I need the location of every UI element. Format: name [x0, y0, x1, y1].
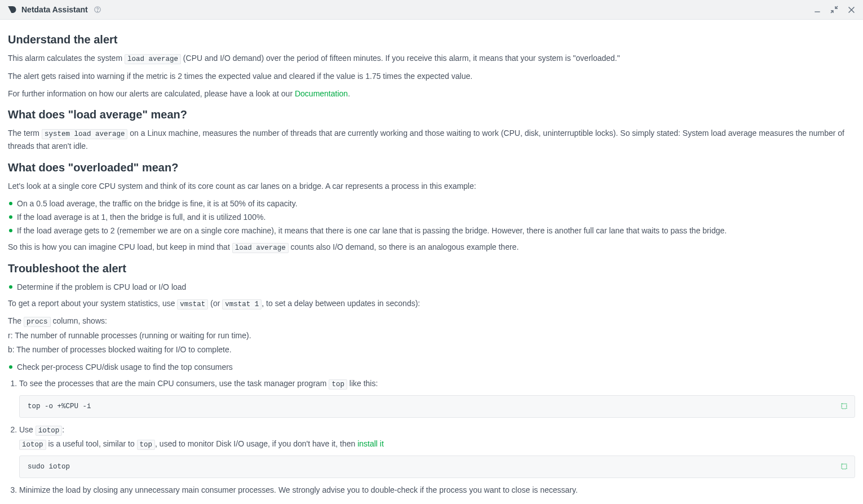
code-inline: vmstat — [177, 299, 208, 310]
code-inline: load average — [232, 243, 289, 253]
code-text: sudo iotop — [28, 463, 70, 471]
list-item: To see the processes that are the main C… — [19, 377, 855, 391]
troubleshoot-p2: The procs column, shows: — [8, 315, 855, 328]
header-controls — [812, 5, 856, 15]
code-inline: iotop — [36, 426, 63, 436]
svg-rect-7 — [842, 404, 847, 409]
code-inline: top — [137, 440, 156, 450]
troubleshoot-p1: To get a report about your system statis… — [8, 297, 855, 311]
svg-point-1 — [97, 11, 98, 11]
troubleshoot-steps: To see the processes that are the main C… — [8, 377, 855, 391]
iotop-desc: iotop is a useful tool, similar to top, … — [19, 437, 855, 451]
heading-troubleshoot: Troubleshoot the alert — [8, 262, 855, 275]
heading-load-average: What does "load average" mean? — [8, 108, 855, 121]
list-item: Determine if the problem is CPU load or … — [8, 281, 855, 294]
overloaded-bullets: On a 0.5 load average, the traffic on th… — [8, 197, 855, 237]
window-title: Netdata Assistant — [21, 5, 88, 14]
overloaded-p1: Let's look at a single core CPU system a… — [8, 180, 855, 193]
code-block: sudo iotop — [19, 456, 855, 478]
troubleshoot-p4: b: The number of processes blocked waiti… — [8, 343, 855, 356]
close-icon[interactable] — [846, 5, 856, 15]
troubleshoot-p3: r: The number of runnable processes (run… — [8, 329, 855, 342]
code-text: top -o +%CPU -i — [28, 403, 91, 410]
collapse-icon[interactable] — [829, 5, 839, 15]
heading-overloaded: What does "overloaded" mean? — [8, 161, 855, 174]
list-item: Minimize the load by closing any unneces… — [19, 484, 855, 497]
understand-p3: For further information on how our alert… — [8, 87, 855, 100]
copy-icon[interactable] — [840, 462, 849, 471]
code-inline: vmstat 1 — [222, 299, 262, 310]
netdata-logo-icon — [7, 5, 17, 15]
troubleshoot-b1: Determine if the problem is CPU load or … — [8, 281, 855, 294]
understand-p2: The alert gets raised into warning if th… — [8, 70, 855, 83]
list-item: If the load average is at 1, then the br… — [8, 211, 855, 224]
svg-rect-8 — [842, 464, 847, 469]
code-inline: procs — [24, 317, 51, 327]
code-block: top -o +%CPU -i — [19, 395, 855, 418]
overloaded-p2: So this is how you can imagine CPU load,… — [8, 241, 855, 254]
header-left: Netdata Assistant — [7, 5, 103, 15]
troubleshoot-steps-2: Use iotop: iotop is a useful tool, simil… — [8, 423, 855, 451]
code-inline: top — [329, 379, 347, 390]
code-inline: system load average — [42, 129, 128, 139]
copy-icon[interactable] — [840, 402, 849, 411]
list-item: Check per-process CPU/disk usage to find… — [8, 361, 855, 374]
code-inline: iotop — [19, 440, 46, 450]
heading-understand: Understand the alert — [8, 33, 855, 46]
troubleshoot-b2: Check per-process CPU/disk usage to find… — [8, 361, 855, 374]
help-icon[interactable] — [92, 5, 103, 15]
load-avg-p1: The term system load average on a Linux … — [8, 127, 855, 153]
troubleshoot-steps-3: Minimize the load by closing any unneces… — [8, 484, 855, 497]
code-inline: load average — [125, 54, 181, 64]
list-item: If the load average gets to 2 (remember … — [8, 224, 855, 237]
window-header: Netdata Assistant — [0, 0, 863, 20]
list-item: Use iotop: iotop is a useful tool, simil… — [19, 423, 855, 451]
install-link[interactable]: install it — [357, 439, 384, 448]
minimize-icon[interactable] — [812, 5, 822, 15]
list-item: On a 0.5 load average, the traffic on th… — [8, 197, 855, 210]
content-area: Understand the alert This alarm calculat… — [0, 20, 863, 504]
understand-p1: This alarm calculates the system load av… — [8, 52, 855, 65]
documentation-link[interactable]: Documentation — [295, 89, 348, 98]
